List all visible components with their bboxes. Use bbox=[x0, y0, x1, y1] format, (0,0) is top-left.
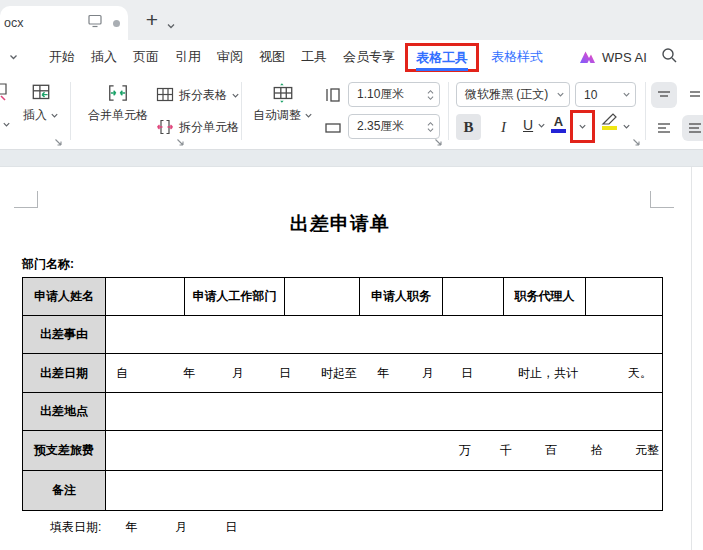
date-part: 天。 bbox=[628, 365, 652, 382]
money-unit: 元整 bbox=[635, 442, 659, 459]
split-cells-label: 拆分单元格 bbox=[179, 119, 239, 136]
remarks-header[interactable]: 备注 bbox=[23, 471, 106, 511]
document-tab[interactable]: ocx bbox=[0, 6, 128, 40]
applicant-title-cell[interactable] bbox=[443, 278, 504, 316]
clipped-tool-icon[interactable] bbox=[0, 82, 10, 105]
document-top-margin-strip bbox=[0, 150, 703, 167]
menu-item-page[interactable]: 页面 bbox=[133, 48, 159, 66]
font-color-button[interactable]: A bbox=[551, 115, 566, 133]
trip-reason-cell[interactable] bbox=[106, 316, 663, 354]
align-justify-button[interactable] bbox=[682, 115, 703, 141]
clipped-tool-chevron-icon[interactable] bbox=[2, 118, 11, 132]
column-width-icon bbox=[324, 119, 342, 140]
align-top-button[interactable] bbox=[651, 82, 677, 108]
font-color-label: A bbox=[554, 115, 563, 128]
divider bbox=[70, 82, 71, 140]
align-center-icon bbox=[687, 88, 703, 102]
trip-date-cell[interactable]: 自 年 月 日 时起至 年 月 日 时止，共计 天。 bbox=[106, 354, 663, 393]
advance-expense-cell[interactable]: 万 千 百 拾 元整 bbox=[106, 431, 663, 471]
menu-item-review[interactable]: 审阅 bbox=[217, 48, 243, 66]
font-name-combo[interactable]: 微软雅黑 (正文) bbox=[456, 82, 570, 107]
table-row: 出差日期 自 年 月 日 时起至 年 月 日 时止，共计 天。 bbox=[23, 354, 663, 393]
table-row: 申请人姓名 申请人工作部门 申请人职务 职务代理人 bbox=[23, 278, 663, 316]
spinner-arrows-icon[interactable] bbox=[426, 89, 435, 101]
date-part: 时起至 bbox=[321, 365, 357, 382]
align-center-button[interactable] bbox=[682, 82, 703, 108]
merge-cells-icon bbox=[107, 82, 129, 104]
trip-date-header[interactable]: 出差日期 bbox=[23, 354, 106, 393]
merge-cells-button[interactable]: 合并单元格 bbox=[82, 82, 154, 124]
menu-item-table-style[interactable]: 表格样式 bbox=[491, 48, 543, 66]
bold-button[interactable]: B bbox=[456, 114, 481, 140]
align-left-icon bbox=[656, 121, 672, 135]
fill-date-label: 填表日期: bbox=[50, 519, 101, 536]
table-tools-ribbon: 插入 合并单元格 拆分表格 bbox=[0, 74, 703, 150]
monitor-icon bbox=[87, 14, 103, 32]
column-width-spinner[interactable]: 2.35厘米 bbox=[348, 114, 440, 139]
underline-label: U bbox=[523, 117, 533, 133]
menu-item-reference[interactable]: 引用 bbox=[175, 48, 201, 66]
dialog-launcher-icon[interactable] bbox=[176, 136, 185, 150]
collapse-ribbon-chevron-icon[interactable] bbox=[8, 50, 19, 65]
insert-cells-button[interactable]: 插入 bbox=[16, 82, 66, 124]
deputy-header[interactable]: 职务代理人 bbox=[504, 278, 586, 316]
font-size-combo[interactable]: 10 bbox=[575, 82, 636, 107]
remarks-cell[interactable] bbox=[106, 471, 663, 511]
new-tab-button[interactable]: + bbox=[140, 8, 164, 32]
applicant-name-cell[interactable] bbox=[106, 278, 185, 316]
menu-item-insert[interactable]: 插入 bbox=[91, 48, 117, 66]
trip-place-cell[interactable] bbox=[106, 393, 663, 431]
date-part: 时止，共计 bbox=[518, 365, 578, 382]
align-left-button[interactable] bbox=[651, 115, 677, 141]
trip-place-header[interactable]: 出差地点 bbox=[23, 393, 106, 431]
new-tab-chevron-icon[interactable] bbox=[166, 17, 176, 35]
trip-request-table[interactable]: 申请人姓名 申请人工作部门 申请人职务 职务代理人 出差事由 出差日期 自 年 bbox=[22, 277, 663, 511]
deputy-cell[interactable] bbox=[586, 278, 663, 316]
dialog-launcher-icon[interactable] bbox=[434, 136, 443, 150]
menu-bar: 开始 插入 页面 引用 审阅 视图 工具 会员专享 表格工具 表格样式 WPS … bbox=[0, 40, 703, 74]
menu-item-member[interactable]: 会员专享 bbox=[343, 48, 395, 66]
fill-date-part: 年 bbox=[125, 519, 137, 536]
wps-ai-label: WPS AI bbox=[602, 50, 647, 65]
date-part: 月 bbox=[422, 365, 434, 382]
autofit-button[interactable]: 自动调整 bbox=[250, 82, 316, 124]
insert-table-icon bbox=[30, 82, 52, 104]
table-row: 预支差旅费 万 千 百 拾 元整 bbox=[23, 431, 663, 471]
dialog-launcher-icon[interactable] bbox=[54, 136, 63, 150]
wps-ai-button[interactable]: WPS AI bbox=[579, 50, 647, 65]
highlight-chevron-icon[interactable] bbox=[622, 120, 631, 134]
trip-reason-header[interactable]: 出差事由 bbox=[23, 316, 106, 354]
spinner-arrows-icon[interactable] bbox=[426, 121, 435, 133]
autofit-label: 自动调整 bbox=[253, 107, 301, 124]
bold-label: B bbox=[463, 119, 473, 136]
split-table-button[interactable]: 拆分表格 bbox=[155, 86, 240, 104]
split-table-label: 拆分表格 bbox=[179, 87, 227, 104]
advance-expense-header[interactable]: 预支差旅费 bbox=[23, 431, 106, 471]
tab-bar: ocx + bbox=[0, 0, 703, 40]
italic-button[interactable]: I bbox=[491, 114, 516, 140]
applicant-name-header[interactable]: 申请人姓名 bbox=[23, 278, 106, 316]
applicant-title-header[interactable]: 申请人职务 bbox=[360, 278, 443, 316]
date-part: 日 bbox=[279, 365, 291, 382]
applicant-dept-cell[interactable] bbox=[285, 278, 360, 316]
highlighter-pen-icon bbox=[601, 113, 617, 126]
menu-item-tools[interactable]: 工具 bbox=[301, 48, 327, 66]
row-height-icon bbox=[324, 86, 342, 107]
highlight-color-button[interactable] bbox=[601, 113, 617, 130]
menu-item-table-tools-active[interactable]: 表格工具 bbox=[416, 50, 468, 71]
split-cells-button[interactable]: 拆分单元格 bbox=[155, 118, 239, 136]
scrollbar-track[interactable] bbox=[691, 167, 692, 550]
row-height-value: 1.10厘米 bbox=[357, 86, 404, 103]
menu-item-home[interactable]: 开始 bbox=[49, 48, 75, 66]
dialog-launcher-icon[interactable] bbox=[632, 136, 641, 150]
wps-writer-window: ocx + 开始 插入 页面 引用 审阅 视图 工具 会员专享 表格工具 表格样… bbox=[0, 0, 703, 550]
chevron-down-icon bbox=[622, 90, 631, 99]
search-icon[interactable] bbox=[661, 47, 678, 67]
applicant-dept-header[interactable]: 申请人工作部门 bbox=[185, 278, 285, 316]
underline-button[interactable]: U bbox=[523, 117, 546, 133]
row-height-spinner[interactable]: 1.10厘米 bbox=[348, 82, 440, 107]
table-row: 出差地点 bbox=[23, 393, 663, 431]
menu-item-view[interactable]: 视图 bbox=[259, 48, 285, 66]
document-page[interactable]: 出差申请单 部门名称: 申请人姓名 申请人工作部门 申请人职务 职务代理人 出差… bbox=[0, 167, 703, 550]
wps-ai-logo-icon bbox=[579, 50, 596, 65]
